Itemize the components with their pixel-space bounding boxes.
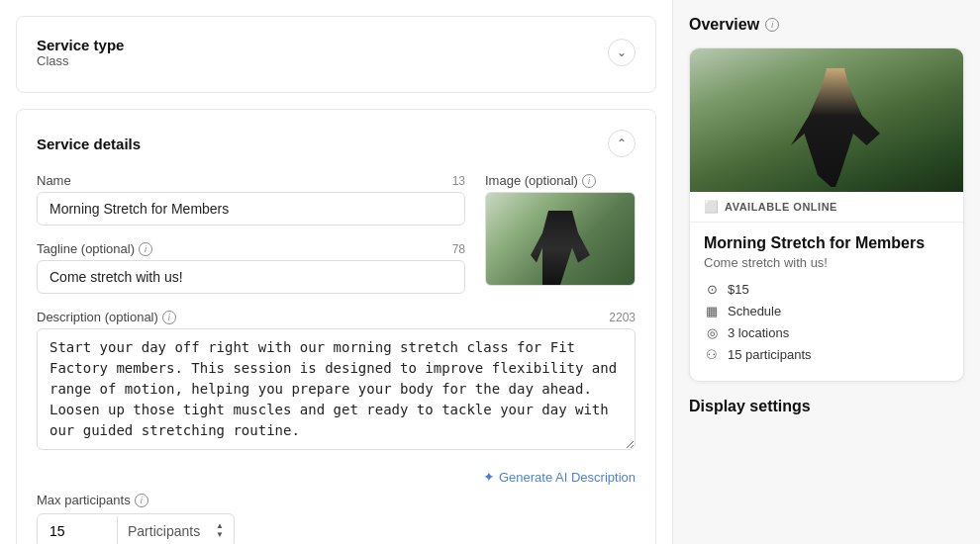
card-locations-row: ◎ 3 locations xyxy=(704,325,949,340)
overview-info-icon[interactable]: i xyxy=(765,18,779,32)
service-type-toggle[interactable]: ⌄ xyxy=(608,39,636,66)
service-details-title: Service details xyxy=(37,136,141,152)
description-info-icon[interactable]: i xyxy=(162,311,176,324)
max-participants-label: Max participants i xyxy=(37,493,148,507)
description-textarea[interactable]: Start your day off right with our mornin… xyxy=(37,328,636,450)
image-col: Image (optional) i xyxy=(485,173,636,286)
service-details-form: Name 13 Tagline (optional) i 78 xyxy=(37,173,636,544)
card-service-name: Morning Stretch for Members xyxy=(704,234,949,252)
chevron-down-icon: ⌄ xyxy=(617,45,627,59)
service-details-toggle[interactable]: ⌃ xyxy=(608,130,636,157)
chevron-up-icon: ⌃ xyxy=(617,136,627,150)
card-tagline: Come stretch with us! xyxy=(704,255,949,270)
name-label: Name xyxy=(37,173,71,188)
service-details-section: Service details ⌃ Name 13 xyxy=(16,109,656,544)
participants-label-area: Participants ▲ ▼ xyxy=(118,514,234,544)
name-image-row: Name 13 Tagline (optional) i 78 xyxy=(37,173,636,310)
monitor-icon: ⬜ xyxy=(704,200,719,214)
overview-header: Overview i xyxy=(689,16,964,34)
left-panel: Service type Class ⌄ Service details ⌃ xyxy=(0,0,673,544)
participants-number-input[interactable] xyxy=(38,515,117,545)
participants-icon: ⚇ xyxy=(704,347,720,362)
image-upload-area[interactable] xyxy=(485,192,636,286)
participants-unit-label: Participants xyxy=(128,523,200,539)
sparkle-icon: ✦ xyxy=(483,469,495,485)
card-schedule: Schedule xyxy=(728,304,781,318)
name-field-group: Name 13 xyxy=(37,173,465,226)
max-participants-section: Max participants i Participants ▲ ▼ xyxy=(37,493,636,544)
max-participants-info-icon[interactable]: i xyxy=(135,494,148,507)
calendar-icon: ▦ xyxy=(704,304,720,318)
name-char-count: 13 xyxy=(452,174,465,188)
name-input[interactable] xyxy=(37,192,465,226)
card-schedule-row: ▦ Schedule xyxy=(704,304,949,318)
participants-input-row: Participants ▲ ▼ xyxy=(37,513,235,544)
location-icon: ◎ xyxy=(704,325,720,340)
generate-ai-row: ✦ Generate AI Description xyxy=(37,469,636,485)
card-price-row: ⊙ $15 xyxy=(704,282,949,297)
overview-title: Overview xyxy=(689,16,759,34)
display-settings-section: Display settings xyxy=(689,398,964,415)
tagline-info-icon[interactable]: i xyxy=(139,242,152,256)
display-settings-title: Display settings xyxy=(689,398,964,415)
tagline-char-count: 78 xyxy=(452,242,465,256)
stepper-down-button[interactable]: ▼ xyxy=(216,531,224,539)
card-body: Morning Stretch for Members Come stretch… xyxy=(690,223,963,381)
card-participants: 15 participants xyxy=(728,347,812,362)
description-field-group: Description (optional) i 2203 Start your… xyxy=(37,310,636,453)
participants-stepper[interactable]: ▲ ▼ xyxy=(216,522,224,539)
available-badge-text: AVAILABLE ONLINE xyxy=(725,201,837,213)
tagline-label: Tagline (optional) i xyxy=(37,241,152,256)
right-panel: Overview i ⬜ AVAILABLE ONLINE Morning St… xyxy=(673,0,980,544)
price-icon: ⊙ xyxy=(704,282,720,297)
name-col: Name 13 Tagline (optional) i 78 xyxy=(37,173,465,310)
service-type-section: Service type Class ⌄ xyxy=(16,16,656,93)
image-label: Image (optional) i xyxy=(485,173,596,188)
card-preview-image xyxy=(690,48,963,192)
card-price: $15 xyxy=(728,282,749,297)
available-badge: ⬜ AVAILABLE ONLINE xyxy=(690,192,963,223)
overview-card: ⬜ AVAILABLE ONLINE Morning Stretch for M… xyxy=(689,47,964,382)
service-type-title: Service type xyxy=(37,37,124,53)
card-locations: 3 locations xyxy=(728,325,789,340)
card-participants-row: ⚇ 15 participants xyxy=(704,347,949,362)
description-label: Description (optional) i xyxy=(37,310,176,324)
service-type-value: Class xyxy=(37,53,124,68)
image-info-icon[interactable]: i xyxy=(582,174,596,188)
tagline-field-group: Tagline (optional) i 78 xyxy=(37,241,465,294)
generate-ai-button[interactable]: ✦ Generate AI Description xyxy=(483,469,636,485)
tagline-input[interactable] xyxy=(37,260,465,294)
description-char-count: 2203 xyxy=(609,311,636,324)
stepper-up-button[interactable]: ▲ xyxy=(216,522,224,530)
